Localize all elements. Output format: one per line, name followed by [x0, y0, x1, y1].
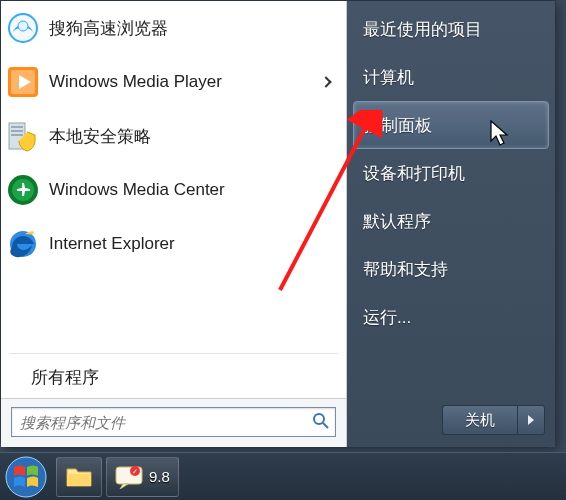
right-item-control-panel[interactable]: 控制面板: [353, 101, 549, 149]
program-item-sogou-browser[interactable]: 搜狗高速浏览器: [1, 1, 346, 55]
shutdown-menu-arrow[interactable]: [517, 405, 545, 435]
right-item-label: 帮助和支持: [363, 258, 448, 281]
local-security-policy-icon: [7, 120, 39, 152]
svg-text:✓: ✓: [132, 468, 138, 475]
program-item-local-security-policy[interactable]: 本地安全策略: [1, 109, 346, 163]
shutdown-split-button: 关机: [442, 405, 545, 435]
start-menu: 搜狗高速浏览器 Windows Media Player 本地安全策略: [0, 0, 556, 448]
program-item-label: Windows Media Player: [49, 72, 322, 92]
shutdown-button[interactable]: 关机: [442, 405, 517, 435]
taskbar-app-button[interactable]: ✓ 9.8: [106, 457, 179, 497]
windows-media-player-icon: [7, 66, 39, 98]
right-item-run[interactable]: 运行...: [347, 293, 555, 341]
svg-point-1: [18, 21, 28, 31]
svg-line-12: [323, 423, 328, 428]
program-list: 搜狗高速浏览器 Windows Media Player 本地安全策略: [1, 1, 346, 351]
taskbar: ✓ 9.8: [0, 452, 566, 500]
all-programs-label: 所有程序: [31, 366, 99, 389]
feedback-icon: ✓: [115, 465, 143, 489]
right-item-label: 计算机: [363, 66, 414, 89]
folder-icon: [65, 465, 93, 489]
start-button[interactable]: [2, 453, 50, 501]
right-item-label: 运行...: [363, 306, 411, 329]
right-item-label: 默认程序: [363, 210, 431, 233]
svg-point-13: [6, 457, 46, 497]
sogou-browser-icon: [7, 12, 39, 44]
taskbar-app-label: 9.8: [149, 468, 170, 485]
right-item-label: 设备和打印机: [363, 162, 465, 185]
svg-rect-5: [11, 126, 23, 128]
all-programs-button[interactable]: 所有程序: [1, 356, 346, 398]
right-item-recent[interactable]: 最近使用的项目: [347, 5, 555, 53]
submenu-arrow-icon: [320, 76, 331, 87]
right-item-label: 控制面板: [364, 114, 432, 137]
program-item-label: Windows Media Center: [49, 180, 336, 200]
svg-rect-6: [11, 130, 23, 132]
divider: [9, 353, 338, 354]
shutdown-label: 关机: [465, 411, 495, 430]
windows-media-center-icon: [7, 174, 39, 206]
taskbar-explorer-button[interactable]: [56, 457, 102, 497]
start-menu-left-pane: 搜狗高速浏览器 Windows Media Player 本地安全策略: [1, 1, 347, 447]
program-item-label: 本地安全策略: [49, 125, 336, 148]
svg-rect-7: [11, 134, 23, 136]
search-input[interactable]: [11, 407, 336, 437]
right-item-devices-printers[interactable]: 设备和打印机: [347, 149, 555, 197]
right-item-computer[interactable]: 计算机: [347, 53, 555, 101]
program-item-label: Internet Explorer: [49, 234, 336, 254]
right-item-label: 最近使用的项目: [363, 18, 482, 41]
search-area: [1, 398, 346, 447]
program-item-label: 搜狗高速浏览器: [49, 17, 336, 40]
start-menu-right-pane: 最近使用的项目 计算机 控制面板 设备和打印机 默认程序 帮助和支持 运行...…: [347, 1, 555, 447]
internet-explorer-icon: [7, 228, 39, 260]
program-item-ie[interactable]: Internet Explorer: [1, 217, 346, 271]
program-item-wmp[interactable]: Windows Media Player: [1, 55, 346, 109]
right-item-default-programs[interactable]: 默认程序: [347, 197, 555, 245]
triangle-right-icon: [528, 415, 534, 425]
program-item-wmc[interactable]: Windows Media Center: [1, 163, 346, 217]
search-icon: [312, 412, 330, 430]
svg-point-11: [314, 414, 324, 424]
right-item-help[interactable]: 帮助和支持: [347, 245, 555, 293]
